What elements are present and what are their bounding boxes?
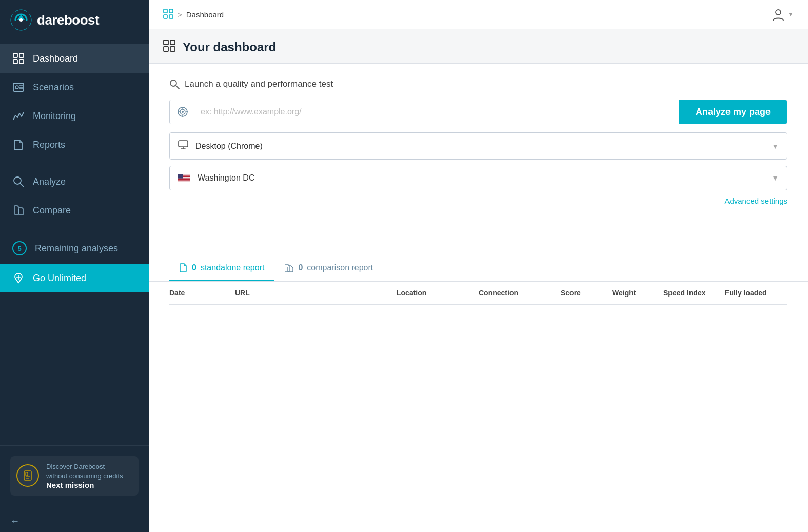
- sidebar-item-label: Analyze: [33, 176, 66, 187]
- device-select[interactable]: Desktop (Chrome) ▼: [169, 132, 787, 160]
- table-header: Date URL Location Connection Score Weigh…: [169, 282, 787, 305]
- logo-area: dareboost: [0, 0, 149, 40]
- svg-rect-3: [19, 53, 24, 57]
- svg-rect-47: [178, 174, 183, 179]
- svg-rect-16: [26, 472, 28, 476]
- svg-rect-24: [164, 40, 168, 45]
- location-select[interactable]: Washington DC ▼: [169, 166, 787, 190]
- standalone-count: 0: [192, 263, 196, 272]
- mission-box[interactable]: Discover Dareboost without consuming cre…: [10, 456, 139, 496]
- sidebar-item-label: Dashboard: [33, 53, 78, 64]
- th-score: Score: [557, 289, 608, 297]
- breadcrumb-home-icon[interactable]: [163, 9, 173, 21]
- svg-rect-37: [179, 141, 188, 147]
- svg-point-7: [15, 86, 18, 89]
- location-chevron-icon: ▼: [772, 174, 779, 182]
- svg-rect-46: [178, 181, 190, 182]
- sidebar-bottom: Discover Dareboost without consuming cre…: [0, 445, 149, 511]
- content-area: Launch a quality and performance test: [149, 64, 808, 532]
- remaining-label: Remaining analyses: [35, 243, 118, 254]
- sidebar-item-compare[interactable]: Compare: [0, 196, 149, 225]
- sidebar-item-label: Reports: [33, 140, 65, 150]
- svg-point-1: [19, 18, 23, 22]
- svg-rect-45: [178, 180, 190, 180]
- sidebar-item-scenarios[interactable]: Scenarios: [0, 73, 149, 102]
- svg-rect-2: [13, 53, 17, 57]
- us-flag-icon: [178, 174, 190, 182]
- mission-discover: Discover Dareboost: [46, 462, 123, 471]
- device-value: Desktop (Chrome): [195, 142, 772, 151]
- tab-standalone[interactable]: 0 standalone report: [169, 256, 274, 281]
- page-header-icon: [163, 40, 175, 55]
- standalone-label: standalone report: [201, 263, 265, 272]
- sidebar-collapse-arrow[interactable]: ←: [0, 511, 149, 532]
- svg-rect-25: [170, 40, 175, 45]
- th-url: URL: [231, 289, 392, 297]
- th-weight: Weight: [608, 289, 659, 297]
- sidebar-item-reports[interactable]: Reports: [0, 130, 149, 159]
- user-dropdown-chevron: ▼: [787, 11, 794, 18]
- url-input-row: Analyze my page: [169, 100, 787, 124]
- sidebar-item-remaining-analyses[interactable]: 5 Remaining analyses: [0, 233, 149, 264]
- tabs-section: 0 standalone report 0 comparison report: [149, 246, 808, 282]
- page-header: Your dashboard: [149, 29, 808, 64]
- table-section: Date URL Location Connection Score Weigh…: [149, 282, 808, 305]
- comparison-label: comparison report: [307, 263, 373, 272]
- svg-line-29: [176, 86, 180, 89]
- sidebar: dareboost Dashboard: [0, 0, 149, 532]
- mission-sub: without consuming credits: [46, 471, 123, 481]
- device-chevron-icon: ▼: [772, 142, 779, 150]
- th-speed-index: Speed Index: [659, 289, 721, 297]
- tab-comparison[interactable]: 0 comparison report: [274, 256, 383, 281]
- breadcrumb-current: Dashboard: [186, 10, 224, 19]
- unlimited-icon: [12, 272, 25, 284]
- monitoring-icon: [12, 110, 25, 122]
- location-value: Washington DC: [198, 173, 772, 183]
- search-label: Launch a quality and performance test: [169, 79, 787, 89]
- logo-text: dareboost: [37, 12, 99, 28]
- analyze-icon: [12, 175, 25, 188]
- comparison-count: 0: [298, 263, 303, 272]
- mission-text-area: Discover Dareboost without consuming cre…: [46, 462, 123, 489]
- svg-line-12: [20, 183, 24, 187]
- tabs-row: 0 standalone report 0 comparison report: [169, 256, 787, 281]
- dashboard-icon: [12, 52, 25, 65]
- topbar: > Dashboard ▼: [149, 0, 808, 29]
- logo-icon: [10, 9, 32, 31]
- sidebar-item-monitoring[interactable]: Monitoring: [0, 102, 149, 130]
- url-input[interactable]: [195, 100, 679, 124]
- content-inner: Launch a quality and performance test: [149, 64, 808, 246]
- svg-rect-20: [169, 9, 173, 13]
- svg-rect-44: [178, 179, 190, 179]
- advanced-settings-link[interactable]: Advanced settings: [724, 196, 787, 205]
- user-menu[interactable]: ▼: [771, 7, 794, 22]
- sidebar-item-label: Monitoring: [33, 111, 76, 122]
- sidebar-item-label: Compare: [33, 205, 71, 216]
- svg-rect-21: [164, 15, 167, 18]
- th-connection: Connection: [475, 289, 557, 297]
- breadcrumb: > Dashboard: [163, 9, 224, 21]
- sidebar-navigation: Dashboard Scenarios Monito: [0, 40, 149, 445]
- search-section: Launch a quality and performance test: [169, 79, 787, 218]
- mission-title: Next mission: [46, 481, 123, 489]
- desktop-icon: [178, 140, 188, 152]
- remaining-badge: 5: [12, 241, 27, 255]
- svg-rect-5: [19, 60, 24, 64]
- sidebar-item-dashboard[interactable]: Dashboard: [0, 44, 149, 73]
- svg-rect-26: [164, 47, 168, 51]
- analyze-button[interactable]: Analyze my page: [679, 100, 787, 124]
- compare-icon: [12, 204, 25, 216]
- main-content: > Dashboard ▼ Your dashboard: [149, 0, 808, 532]
- breadcrumb-separator: >: [178, 10, 182, 19]
- svg-point-23: [776, 10, 781, 15]
- svg-rect-27: [170, 47, 175, 51]
- th-location: Location: [392, 289, 475, 297]
- go-unlimited-label: Go Unlimited: [33, 273, 86, 284]
- search-section-label: Launch a quality and performance test: [185, 79, 333, 89]
- svg-rect-4: [13, 60, 17, 64]
- advanced-settings-area: Advanced settings: [169, 196, 787, 205]
- page-title: Your dashboard: [183, 40, 276, 54]
- scenarios-icon: [12, 81, 25, 93]
- sidebar-item-analyze[interactable]: Analyze: [0, 167, 149, 196]
- sidebar-item-go-unlimited[interactable]: Go Unlimited: [0, 264, 149, 292]
